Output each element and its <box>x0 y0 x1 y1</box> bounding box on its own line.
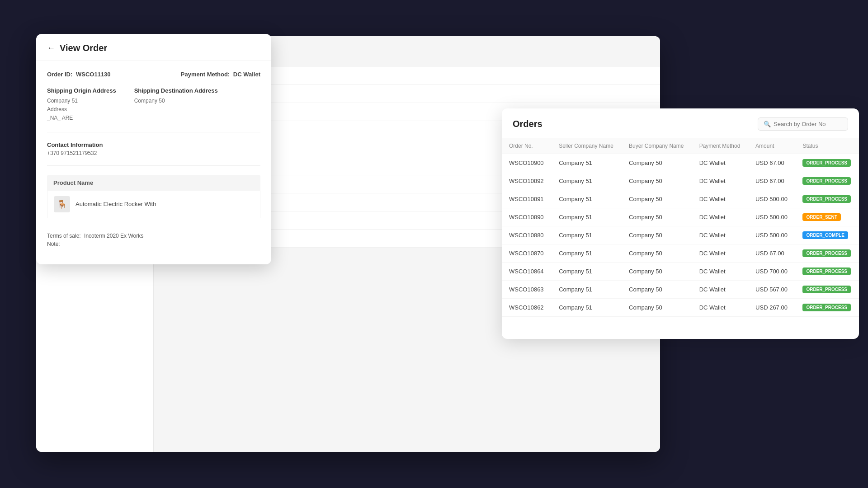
cell-status: ORDER_PROCESS <box>795 299 859 317</box>
shipping-origin-label: Shipping Origin Address <box>47 87 116 94</box>
cell-order-no: WSCO10864 <box>502 263 552 281</box>
col-buyer: Buyer Company Name <box>622 138 692 154</box>
terms-label: Terms of sale: <box>47 233 81 239</box>
table-row[interactable]: WSCO10864 Company 51 Company 50 DC Walle… <box>502 263 859 281</box>
cell-status: ORDER_COMPLE <box>795 226 859 244</box>
cell-amount: USD 500.00 <box>748 190 795 208</box>
cell-seller: Company 51 <box>552 172 622 190</box>
product-image: 🪑 <box>54 196 70 212</box>
cell-buyer: Company 50 <box>622 281 692 299</box>
status-badge: ORDER_PROCESS <box>802 304 851 311</box>
cell-buyer: Company 50 <box>622 299 692 317</box>
cell-seller: Company 51 <box>552 208 622 226</box>
cell-order-no: WSCO10880 <box>502 226 552 244</box>
table-row[interactable]: WSCO10880 Company 51 Company 50 DC Walle… <box>502 226 859 244</box>
shipping-origin-line-1: Company 51 <box>47 97 116 105</box>
cell-buyer: Company 50 <box>622 154 692 172</box>
modal-title: View Order <box>60 43 107 53</box>
orders-panel-header: Orders 🔍 <box>502 108 859 138</box>
col-payment: Payment Method <box>692 138 748 154</box>
product-icon: 🪑 <box>57 199 67 209</box>
terms-section: Terms of sale: Incoterm 2020 Ex Works No… <box>47 227 260 247</box>
cell-status: ORDER_PROCESS <box>795 263 859 281</box>
cell-amount: USD 700.00 <box>748 263 795 281</box>
cell-payment: DC Wallet <box>692 172 748 190</box>
shipping-origin-line-3: _NA_ ARE <box>47 114 116 122</box>
table-row[interactable]: WSCO10900 Company 51 Company 50 DC Walle… <box>502 154 859 172</box>
col-seller: Seller Company Name <box>552 138 622 154</box>
order-meta: Order ID: WSCO11130 Payment Method: DC W… <box>47 70 260 78</box>
cell-payment: DC Wallet <box>692 281 748 299</box>
cell-status: ORDER_PROCESS <box>795 244 859 263</box>
cell-payment: DC Wallet <box>692 208 748 226</box>
order-id-label: Order ID: WSCO11130 <box>47 71 111 78</box>
status-badge: ORDER_SENT <box>802 213 840 221</box>
table-row[interactable]: WSCO10862 Company 51 Company 50 DC Walle… <box>502 299 859 317</box>
cell-buyer: Company 50 <box>622 244 692 263</box>
cell-amount: USD 67.00 <box>748 154 795 172</box>
payment-method-section: Payment Method: DC Wallet <box>181 70 260 78</box>
cell-order-no: WSCO10890 <box>502 208 552 226</box>
contact-label: Contact Information <box>47 141 260 148</box>
cell-status: ORDER_PROCESS <box>795 154 859 172</box>
orders-panel: Orders 🔍 Order No. Seller Company Name B… <box>502 108 859 339</box>
table-row[interactable]: WSCO10863 Company 51 Company 50 DC Walle… <box>502 281 859 299</box>
status-badge: ORDER_PROCESS <box>802 286 851 293</box>
terms-of-sale: Terms of sale: Incoterm 2020 Ex Works <box>47 233 260 239</box>
cell-buyer: Company 50 <box>622 190 692 208</box>
cell-payment: DC Wallet <box>692 190 748 208</box>
note-field: Note: <box>47 241 260 247</box>
cell-seller: Company 51 <box>552 190 622 208</box>
modal-body: Order ID: WSCO11130 Payment Method: DC W… <box>36 61 271 262</box>
status-badge: ORDER_PROCESS <box>802 267 851 275</box>
payment-method-label: Payment Method: DC Wallet <box>181 71 260 78</box>
cell-payment: DC Wallet <box>692 299 748 317</box>
product-table-section: Product Name 🪑 Automatic Electric Rocker… <box>47 175 260 218</box>
orders-panel-title: Orders <box>513 119 542 129</box>
cell-seller: Company 51 <box>552 154 622 172</box>
cell-status: ORDER_SENT <box>795 208 859 226</box>
table-row[interactable]: WSCO10891 Company 51 Company 50 DC Walle… <box>502 190 859 208</box>
cell-seller: Company 51 <box>552 299 622 317</box>
status-badge: ORDER_PROCESS <box>802 177 851 185</box>
cell-payment: DC Wallet <box>692 263 748 281</box>
back-button[interactable]: ← <box>47 43 55 53</box>
col-amount: Amount <box>748 138 795 154</box>
col-status: Status <box>795 138 859 154</box>
shipping-dest-label: Shipping Destination Address <box>134 87 218 94</box>
cell-order-no: WSCO10863 <box>502 281 552 299</box>
search-box[interactable]: 🔍 <box>758 117 848 131</box>
col-order-no: Order No. <box>502 138 552 154</box>
shipping-section: Shipping Origin Address Company 51 Addre… <box>47 87 260 132</box>
table-row[interactable]: WSCO10890 Company 51 Company 50 DC Walle… <box>502 208 859 226</box>
modal-header: ← View Order <box>36 34 271 61</box>
status-badge: ORDER_PROCESS <box>802 195 851 203</box>
shipping-dest-block: Shipping Destination Address Company 50 <box>134 87 218 123</box>
contact-value: +370 971521179532 <box>47 150 260 156</box>
cell-buyer: Company 50 <box>622 172 692 190</box>
terms-value: Incoterm 2020 Ex Works <box>84 233 143 239</box>
search-input[interactable] <box>774 121 842 127</box>
cell-payment: DC Wallet <box>692 226 748 244</box>
table-header-row: Order No. Seller Company Name Buyer Comp… <box>502 138 859 154</box>
cell-seller: Company 51 <box>552 281 622 299</box>
cell-order-no: WSCO10891 <box>502 190 552 208</box>
status-badge: ORDER_PROCESS <box>802 249 851 257</box>
cell-buyer: Company 50 <box>622 226 692 244</box>
cell-amount: USD 67.00 <box>748 172 795 190</box>
cell-seller: Company 51 <box>552 244 622 263</box>
table-row[interactable]: WSCO10870 Company 51 Company 50 DC Walle… <box>502 244 859 263</box>
status-badge: ORDER_PROCESS <box>802 159 851 167</box>
status-badge: ORDER_COMPLE <box>802 231 848 239</box>
product-name-column-header: Product Name <box>47 175 260 191</box>
contact-section: Contact Information +370 971521179532 <box>47 141 260 166</box>
cell-amount: USD 267.00 <box>748 299 795 317</box>
table-row[interactable]: WSCO10892 Company 51 Company 50 DC Walle… <box>502 172 859 190</box>
shipping-origin-block: Shipping Origin Address Company 51 Addre… <box>47 87 116 123</box>
cell-order-no: WSCO10870 <box>502 244 552 263</box>
shipping-origin-line-2: Address <box>47 105 116 114</box>
cell-buyer: Company 50 <box>622 263 692 281</box>
cell-seller: Company 51 <box>552 263 622 281</box>
search-icon: 🔍 <box>764 121 771 127</box>
orders-table: Order No. Seller Company Name Buyer Comp… <box>502 138 859 317</box>
